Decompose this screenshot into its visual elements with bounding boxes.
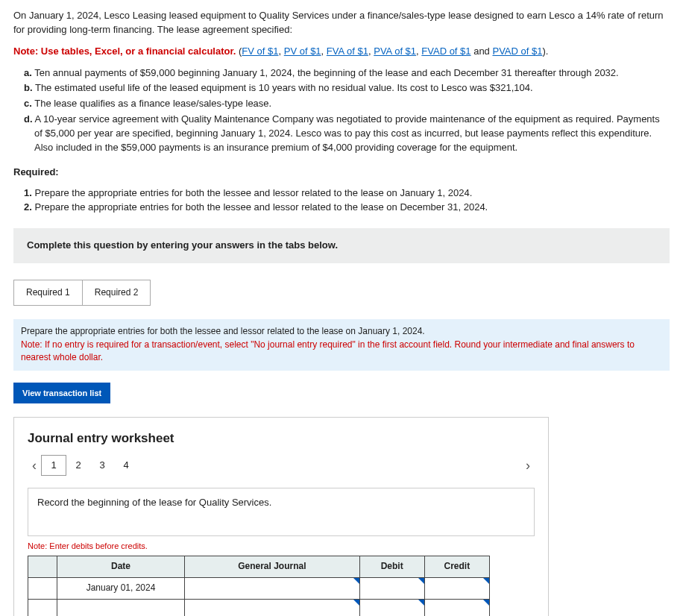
notebox-line1: Prepare the appropriate entries for both…: [21, 326, 425, 336]
tab-required-1[interactable]: Required 1: [13, 280, 83, 306]
table-row: January 01, 2024: [28, 577, 490, 599]
spec-list: a. Ten annual payments of $59,000 beginn…: [13, 66, 670, 155]
calculator-note: Note: Use tables, Excel, or a financial …: [13, 45, 670, 59]
header-debit: Debit: [359, 556, 424, 577]
cell-account[interactable]: [185, 599, 359, 616]
journal-entry-table: Date General Journal Debit Credit Januar…: [28, 556, 490, 616]
instruction-banner: Complete this question by entering your …: [13, 228, 670, 263]
header-general-journal: General Journal: [185, 556, 359, 577]
dropdown-icon: [483, 578, 489, 584]
required-list: 1. Prepare the appropriate entries for b…: [13, 186, 670, 215]
table-header-row: Date General Journal Debit Credit: [28, 556, 490, 577]
pager-page-1[interactable]: 1: [41, 455, 66, 476]
spec-b: b. The estimated useful life of the leas…: [24, 81, 670, 95]
dropdown-icon: [353, 600, 359, 606]
pager-page-2[interactable]: 2: [66, 456, 90, 475]
cell-date[interactable]: January 01, 2024: [57, 577, 184, 599]
cell-debit[interactable]: [359, 599, 424, 616]
dropdown-icon: [483, 600, 489, 606]
journal-worksheet: Journal entry worksheet ‹ 1 2 3 4 › Reco…: [13, 417, 549, 616]
header-corner: [28, 556, 57, 577]
spec-d: d. A 10-year service agreement with Qual…: [24, 113, 670, 155]
table-row: [28, 599, 490, 616]
cell-account[interactable]: [185, 577, 359, 599]
required-1: 1. Prepare the appropriate entries for b…: [34, 186, 670, 201]
link-fv-of-1[interactable]: FV of $1: [242, 45, 278, 57]
required-heading: Required:: [13, 166, 670, 180]
pager-prev-icon[interactable]: ‹: [28, 456, 41, 475]
link-pva-of-1[interactable]: PVA of $1: [374, 45, 416, 57]
link-fvad-of-1[interactable]: FVAD of $1: [421, 45, 470, 57]
cell-credit[interactable]: [424, 577, 489, 599]
link-fva-of-1[interactable]: FVA of $1: [327, 45, 368, 57]
close-paren: ).: [542, 45, 548, 57]
header-credit: Credit: [424, 556, 489, 577]
tab-required-2[interactable]: Required 2: [83, 280, 151, 306]
worksheet-pager: ‹ 1 2 3 4 ›: [28, 455, 535, 476]
notebox-line2: Note: If no entry is required for a tran…: [21, 339, 635, 362]
spec-a: a. Ten annual payments of $59,000 beginn…: [24, 66, 670, 81]
record-instruction-text: Record the beginning of the lease for Qu…: [37, 497, 271, 508]
tab-bar: Required 1 Required 2: [13, 280, 670, 306]
header-date: Date: [57, 556, 184, 577]
view-transaction-list-button[interactable]: View transaction list: [13, 383, 110, 403]
dropdown-icon: [418, 578, 424, 584]
worksheet-title: Journal entry worksheet: [28, 430, 535, 448]
dropdown-icon: [353, 578, 359, 584]
pager-page-3[interactable]: 3: [90, 456, 114, 475]
intro-paragraph: On January 1, 2024, Lesco Leasing leased…: [13, 9, 670, 37]
note-prefix: Note: Use tables, Excel, or a financial …: [13, 45, 236, 57]
required-2: 2. Prepare the appropriate entries for b…: [34, 201, 670, 215]
link-pvad-of-1[interactable]: PVAD of $1: [492, 45, 542, 57]
instruction-notebox: Prepare the appropriate entries for both…: [13, 319, 670, 370]
debits-before-credits-note: Note: Enter debits before credits.: [28, 541, 535, 553]
spec-c: c. The lease qualifies as a finance leas…: [24, 97, 670, 111]
dropdown-icon: [418, 600, 424, 606]
cell-date[interactable]: [57, 599, 184, 616]
cell-credit[interactable]: [424, 599, 489, 616]
pager-page-4[interactable]: 4: [114, 456, 138, 475]
record-instruction-box: Record the beginning of the lease for Qu…: [28, 488, 535, 536]
link-pv-of-1[interactable]: PV of $1: [284, 45, 321, 57]
cell-debit[interactable]: [359, 577, 424, 599]
pager-next-icon[interactable]: ›: [521, 456, 535, 475]
